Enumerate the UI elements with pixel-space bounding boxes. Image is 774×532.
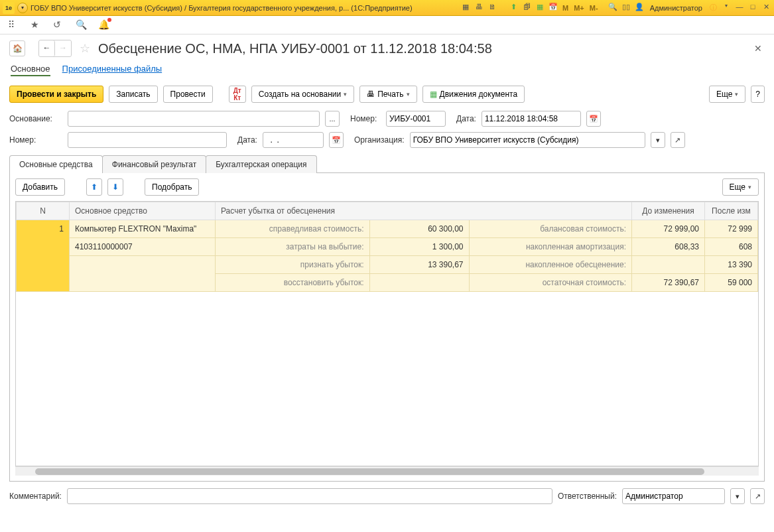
tab-accounting[interactable]: Бухгалтерская операция <box>206 155 316 173</box>
nav-icon[interactable]: ▦ <box>460 3 471 13</box>
basis-input[interactable] <box>68 111 320 127</box>
memory-m-plus[interactable]: M+ <box>572 4 586 12</box>
responsible-input[interactable] <box>622 488 725 504</box>
more-button[interactable]: Еще▾ <box>709 86 745 103</box>
col-n[interactable]: N <box>17 202 70 220</box>
dt-kt-button[interactable]: ДтКт <box>229 86 246 103</box>
tab-more-button[interactable]: Еще▾ <box>722 178 759 196</box>
date-label: Дата: <box>456 114 476 123</box>
cell-recognize-label: признать убыток: <box>216 256 370 274</box>
minimize-icon[interactable]: — <box>734 3 745 13</box>
comment-label: Комментарий: <box>9 492 62 501</box>
footer-row: Комментарий: Ответственный: ▾ ↗ <box>9 488 765 504</box>
move-down-button[interactable]: ⬇ <box>107 178 123 196</box>
org-dropdown-button[interactable]: ▾ <box>651 132 665 148</box>
window-title: ГОБУ ВПО Университет искусств (Субсидия)… <box>31 4 413 12</box>
number-input[interactable] <box>386 111 446 127</box>
tab-main[interactable]: Основное <box>11 64 50 76</box>
user-label[interactable]: Администратор <box>647 4 705 12</box>
post-button[interactable]: Провести <box>163 86 213 103</box>
form-row-1: Основание: ... Номер: Дата: 📅 <box>9 111 765 127</box>
bell-icon[interactable]: 🔔 <box>98 19 110 31</box>
number2-label: Номер: <box>9 135 62 145</box>
save-button[interactable]: Записать <box>109 86 157 103</box>
calendar2-icon[interactable]: 📅 <box>548 3 558 13</box>
info-icon[interactable]: ⓘ <box>708 3 718 13</box>
date2-picker-button[interactable]: 📅 <box>329 132 344 148</box>
col-asset[interactable]: Основное средство <box>70 202 216 220</box>
doc-icon[interactable]: 🗎 <box>487 3 497 13</box>
org-input[interactable] <box>410 132 645 148</box>
logo-icon: 1e <box>3 2 15 14</box>
pick-button[interactable]: Подобрать <box>145 178 199 196</box>
table-row[interactable]: 1 Компьютер FLEXTRON "Maxima" справедлив… <box>17 220 758 238</box>
calendar-icon[interactable]: ▦ <box>535 3 545 13</box>
col-after[interactable]: После изм <box>705 202 758 220</box>
home-button[interactable]: 🏠 <box>9 40 25 56</box>
cell-balance-after: 72 999 <box>705 220 758 238</box>
cell-asset-name: Компьютер FLEXTRON "Maxima" <box>70 220 216 238</box>
report-icon[interactable]: 🗐 <box>521 3 532 13</box>
table-row[interactable]: признать убыток: 13 390,67 накопленное о… <box>17 256 758 274</box>
tab-action-bar: Добавить ⬆ ⬇ Подобрать Еще▾ <box>15 178 759 196</box>
cell-amort-after: 608 <box>705 238 758 256</box>
history-icon[interactable]: ↺ <box>53 19 65 31</box>
date2-label: Дата: <box>237 135 257 145</box>
print-button[interactable]: 🖶Печать▾ <box>359 86 417 103</box>
calc-icon[interactable]: ⬆ <box>508 3 519 13</box>
move-up-button[interactable]: ⬆ <box>86 178 102 196</box>
create-based-button[interactable]: Создать на основании▾ <box>251 86 355 103</box>
print-icon[interactable]: 🖶 <box>474 3 484 13</box>
cell-impair-label: накопленное обесценение: <box>469 256 631 274</box>
zoom-icon[interactable]: 🔍 <box>608 3 618 13</box>
tab-files[interactable]: Присоединенные файлы <box>62 64 162 76</box>
col-calc[interactable]: Расчет убытка от обесценения <box>216 202 632 220</box>
add-button[interactable]: Добавить <box>15 178 65 196</box>
user-icon: 👤 <box>634 3 645 13</box>
basis-label: Основание: <box>9 114 62 123</box>
basis-select-button[interactable]: ... <box>325 111 340 127</box>
table-row[interactable]: 4103110000007 затраты на выбытие: 1 300,… <box>17 238 758 256</box>
number2-input[interactable] <box>68 132 227 148</box>
tab-content: Добавить ⬆ ⬇ Подобрать Еще▾ N Основное с… <box>9 173 765 482</box>
star-icon[interactable]: ☆ <box>77 40 93 56</box>
forward-button[interactable]: → <box>55 40 71 56</box>
app-menu-dropdown[interactable]: ▾ <box>17 3 28 13</box>
cell-restore-label: восстановить убыток: <box>216 274 370 292</box>
cell-amort-label: накопленная амортизация: <box>469 238 631 256</box>
comment-input[interactable] <box>67 488 552 504</box>
search-icon[interactable]: 🔍 <box>76 19 88 31</box>
maximize-icon[interactable]: □ <box>747 3 758 13</box>
top-tabs: Основное Присоединенные файлы <box>9 64 765 76</box>
page-close-icon[interactable]: ✕ <box>751 43 765 54</box>
close-icon[interactable]: ✕ <box>761 3 771 13</box>
cell-disposal-label: затраты на выбытие: <box>216 238 370 256</box>
post-and-close-button[interactable]: Провести и закрыть <box>9 86 103 103</box>
col-before[interactable]: До изменения <box>632 202 705 220</box>
cell-balance-before: 72 999,00 <box>632 220 705 238</box>
back-button[interactable]: ← <box>39 40 55 56</box>
tab-assets[interactable]: Основные средства <box>9 155 103 173</box>
printer-icon: 🖶 <box>367 90 375 99</box>
horizontal-scrollbar[interactable] <box>15 466 759 476</box>
movements-button[interactable]: ▦Движения документа <box>422 86 525 103</box>
title-bar: 1e ▾ ГОБУ ВПО Университет искусств (Субс… <box>0 0 774 16</box>
page-title: Обесценение ОС, НМА, НПА УИБУ-0001 от 11… <box>98 41 492 56</box>
cell-residual-before: 72 390,67 <box>632 274 705 292</box>
panels-icon[interactable]: ▯▯ <box>621 3 631 13</box>
info-caret[interactable]: ▾ <box>721 3 732 13</box>
memory-m-minus[interactable]: M- <box>588 4 600 12</box>
date2-input[interactable] <box>263 132 324 148</box>
memory-m[interactable]: M <box>561 4 570 12</box>
favorite-icon[interactable]: ★ <box>31 19 42 31</box>
responsible-dropdown-button[interactable]: ▾ <box>730 488 745 504</box>
number-label: Номер: <box>350 114 381 123</box>
apps-icon[interactable]: ⠿ <box>8 19 20 31</box>
tab-fin-result[interactable]: Финансовый результат <box>102 155 206 173</box>
help-button[interactable]: ? <box>751 86 765 103</box>
date-input[interactable] <box>482 111 581 127</box>
movements-icon: ▦ <box>430 90 437 99</box>
org-open-button[interactable]: ↗ <box>671 132 685 148</box>
responsible-open-button[interactable]: ↗ <box>750 488 765 504</box>
date-picker-button[interactable]: 📅 <box>586 111 601 127</box>
